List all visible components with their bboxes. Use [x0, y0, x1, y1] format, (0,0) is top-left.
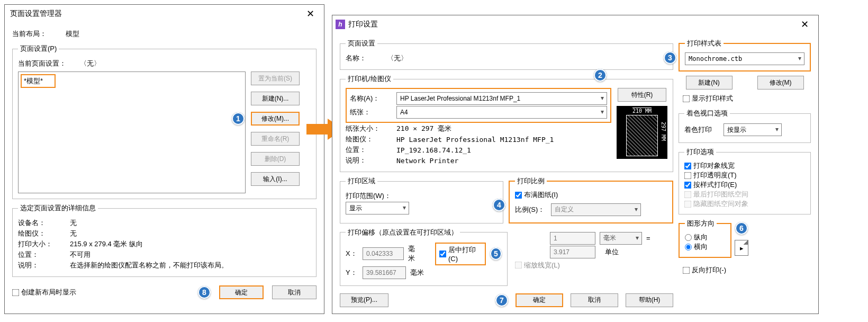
- options-legend: 打印选项: [684, 147, 716, 157]
- current-layout-value: 模型: [66, 29, 79, 39]
- style-group: 3 打印样式表 Monochrome.ctb: [679, 39, 811, 71]
- cancel-button[interactable]: 取消: [272, 285, 317, 299]
- reverse-checkbox[interactable]: 反向打印(-): [683, 265, 811, 275]
- name-value: 〈无〉: [387, 53, 408, 63]
- plotter-value: 无: [70, 229, 77, 238]
- paper-preview: 210 MM 297 MM: [617, 106, 667, 159]
- preview-button[interactable]: 预览(P)...: [340, 293, 388, 307]
- unit-num1: 1: [550, 232, 595, 245]
- plotter-label: 绘图仪：: [18, 229, 66, 238]
- style-modify-button[interactable]: 修改(M): [757, 76, 804, 90]
- step-5-badge: 5: [490, 247, 502, 260]
- page-setup-manager-dialog: 页面设置管理器 ✕ 当前布局： 模型 页面设置(P) 当前页面设置： 〈无〉 *…: [4, 4, 324, 314]
- page-icon: ▸: [735, 240, 748, 256]
- create-layout-checkbox[interactable]: 创建新布局时显示: [12, 288, 76, 297]
- x-unit: 毫米: [408, 244, 421, 263]
- titlebar: h 打印设置 ✕: [332, 15, 818, 33]
- paper-size-value: 210 × 297 毫米: [396, 124, 451, 133]
- current-page-label: 当前页面设置：: [18, 59, 66, 68]
- ratio-label: 比例(S)：: [515, 205, 547, 214]
- step-2-badge: 2: [594, 69, 607, 82]
- unit-mm-select: 毫米: [600, 232, 642, 245]
- desc-value2: Network Printer: [396, 157, 458, 165]
- loc-label: 位置：: [18, 250, 66, 260]
- close-icon[interactable]: ✕: [797, 19, 813, 30]
- shade-label: 着色打印: [684, 125, 719, 135]
- window-title: 页面设置管理器: [10, 9, 62, 19]
- y-input: 39.581667: [363, 266, 406, 279]
- loc-value: 不可用: [70, 250, 91, 260]
- landscape-radio[interactable]: 横向: [685, 242, 725, 252]
- new-button[interactable]: 新建(N)...: [251, 92, 300, 105]
- portrait-radio[interactable]: 纵向: [685, 232, 725, 242]
- modify-button[interactable]: 修改(M)...: [251, 112, 300, 126]
- equals: =: [646, 234, 650, 242]
- style-new-button[interactable]: 新建(N): [686, 76, 733, 90]
- loc-value2: IP_192.168.74.12_1: [396, 146, 471, 154]
- ok-button[interactable]: 确定: [219, 285, 264, 299]
- paper-select[interactable]: A4: [396, 106, 607, 119]
- opt5-checkbox: 隐藏图纸空间对象: [684, 199, 805, 209]
- page-setup-list[interactable]: *模型*: [18, 71, 246, 193]
- scale-lw-checkbox: 缩放线宽(L): [515, 261, 560, 270]
- printer-legend: 打印机/绘图仪: [346, 74, 393, 84]
- cancel-button2[interactable]: 取消: [571, 293, 618, 307]
- opt3-checkbox[interactable]: 按样式打印(E): [684, 180, 805, 190]
- size-label: 打印大小：: [18, 239, 66, 249]
- desc-label: 说明：: [18, 261, 66, 270]
- desc-value: 在选择新的绘图仪配置名称之前，不能打印该布局。: [70, 261, 228, 270]
- opt1-checkbox[interactable]: 打印对象线宽: [684, 161, 805, 171]
- window-title: 打印设置: [348, 20, 378, 29]
- delete-button: 删除(D): [251, 152, 300, 166]
- device-value: 无: [70, 218, 77, 228]
- x-input: 0.042333: [363, 247, 404, 260]
- orientation-group: 图形方向 纵向 横向: [679, 219, 731, 258]
- step-1-badge: 1: [232, 112, 245, 125]
- style-select[interactable]: Monochrome.ctb: [685, 52, 804, 65]
- printer-group: 打印机/绘图仪 名称(A)： HP LaserJet Professional …: [340, 74, 673, 172]
- shade-select[interactable]: 按显示: [724, 123, 782, 136]
- help-button[interactable]: 帮助(H): [626, 293, 673, 307]
- options-group: 打印选项 打印对象线宽 打印透明度(T) 按样式打印(E) 最后打印图纸空间 隐…: [679, 147, 811, 214]
- plotter-label2: 绘图仪：: [346, 135, 392, 144]
- loc-label2: 位置：: [346, 145, 392, 155]
- import-button[interactable]: 输入(I)...: [251, 172, 300, 186]
- unit-num2: 3.917: [550, 246, 595, 258]
- area-legend: 打印区域: [346, 176, 377, 186]
- page-legend: 页面设置: [346, 39, 377, 48]
- range-label: 打印范围(W)：: [346, 191, 391, 201]
- rename-button: 重命名(R): [251, 132, 300, 146]
- scale-legend: 打印比例: [515, 176, 547, 186]
- current-layout-label: 当前布局：: [12, 29, 47, 39]
- device-label: 设备名：: [18, 218, 66, 228]
- step-3-badge: 3: [664, 51, 676, 64]
- y-unit: 毫米: [410, 268, 424, 278]
- list-item-model[interactable]: *模型*: [21, 74, 56, 88]
- titlebar: 页面设置管理器 ✕: [5, 5, 324, 23]
- ok-button2[interactable]: 确定: [516, 293, 563, 307]
- shade-group: 着色视口选项 着色打印 按显示: [679, 109, 811, 143]
- details-group: 选定页面设置的详细信息 设备名：无 绘图仪：无 打印大小：215.9 x 279…: [12, 203, 317, 277]
- properties-button[interactable]: 特性(R): [618, 88, 666, 102]
- close-icon[interactable]: ✕: [302, 8, 319, 20]
- set-current-button: 置为当前(S): [251, 71, 300, 85]
- center-checkbox[interactable]: 居中打印(C): [435, 243, 486, 265]
- offset-legend: 打印偏移（原点设置在可打印区域）: [346, 228, 460, 237]
- offset-group: 打印偏移（原点设置在可打印区域） X： 0.042333 毫米 居中打印(C) …: [340, 228, 508, 286]
- size-value: 215.9 x 279.4 毫米 纵向: [70, 239, 143, 249]
- printer-select[interactable]: HP LaserJet Professional M1213nf MFP_1: [396, 92, 607, 105]
- current-page-value: 〈无〉: [80, 59, 101, 68]
- step-4-badge: 4: [493, 199, 505, 211]
- page-setup-legend: 页面设置(P): [18, 44, 59, 53]
- page-setup-group: 页面设置(P) 当前页面设置： 〈无〉 *模型* 置为当前(S) 新建(N)..…: [12, 44, 317, 199]
- show-style-checkbox[interactable]: 显示打印样式: [683, 94, 811, 103]
- opt2-checkbox[interactable]: 打印透明度(T): [684, 171, 805, 180]
- details-legend: 选定页面设置的详细信息: [18, 203, 98, 213]
- x-label: X：: [346, 249, 358, 258]
- ratio-select: 自定义: [551, 203, 641, 216]
- range-select[interactable]: 显示: [346, 202, 409, 214]
- fit-checkbox[interactable]: 布满图纸(I): [515, 190, 558, 200]
- page-group: 页面设置 名称： 〈无〉: [340, 39, 673, 70]
- shade-legend: 着色视口选项: [684, 109, 730, 118]
- opt4-checkbox: 最后打印图纸空间: [684, 190, 805, 199]
